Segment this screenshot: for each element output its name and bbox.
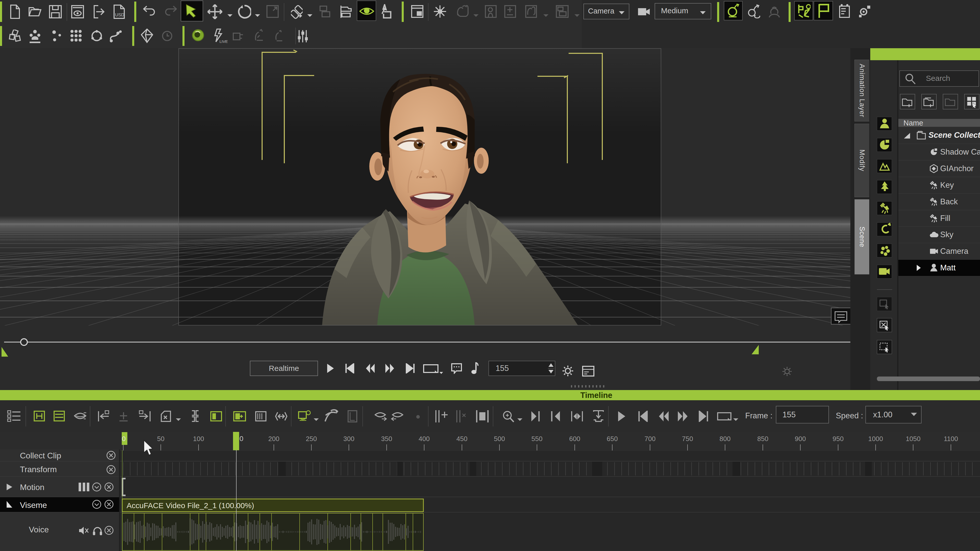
svg-text:700: 700 xyxy=(644,435,655,443)
svg-text:200: 200 xyxy=(268,435,279,443)
svg-text:850: 850 xyxy=(757,435,768,443)
svg-text:500: 500 xyxy=(494,435,505,443)
svg-text:LIVE: LIVE xyxy=(220,39,228,44)
svg-text:1000: 1000 xyxy=(868,435,883,443)
svg-text:1050: 1050 xyxy=(906,435,921,443)
svg-text:300: 300 xyxy=(343,435,354,443)
svg-text:AccuFACE Video File_2_1 (100.0: AccuFACE Video File_2_1 (100.00%) xyxy=(127,501,254,510)
svg-text:0: 0 xyxy=(122,435,126,443)
svg-text:450: 450 xyxy=(456,435,467,443)
svg-text:USD: USD xyxy=(115,13,124,17)
svg-text:50: 50 xyxy=(157,435,165,443)
svg-text:400: 400 xyxy=(418,435,430,443)
svg-text:1100: 1100 xyxy=(944,435,958,443)
svg-text:100: 100 xyxy=(193,435,204,443)
svg-text:950: 950 xyxy=(832,435,843,443)
svg-text:550: 550 xyxy=(531,435,542,443)
svg-text:800: 800 xyxy=(719,435,730,443)
svg-text:350: 350 xyxy=(381,435,392,443)
svg-text:600: 600 xyxy=(569,435,580,443)
svg-text:650: 650 xyxy=(607,435,617,443)
svg-text:0: 0 xyxy=(239,435,243,443)
svg-text:900: 900 xyxy=(795,435,806,443)
svg-text:250: 250 xyxy=(306,435,317,443)
svg-text:750: 750 xyxy=(682,435,693,443)
